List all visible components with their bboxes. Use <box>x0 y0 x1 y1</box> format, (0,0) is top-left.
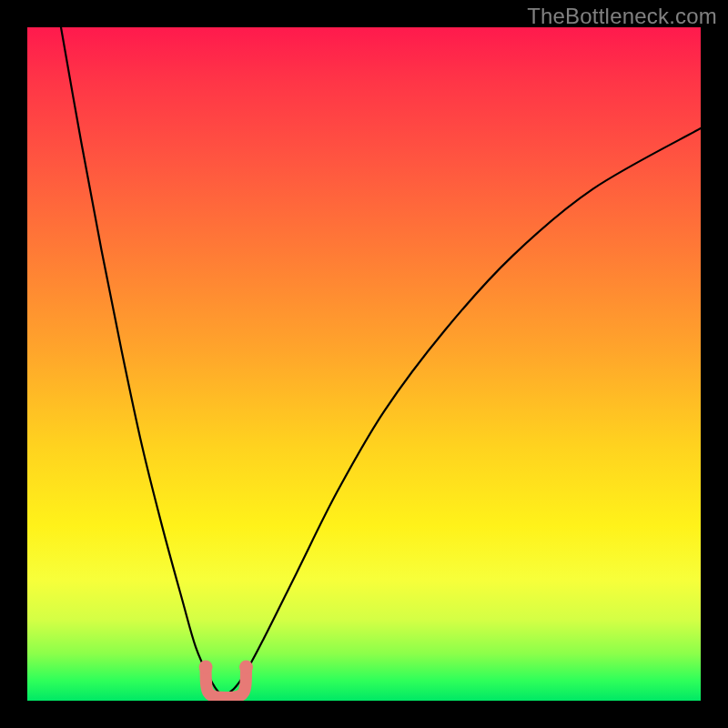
plot-area <box>27 27 701 701</box>
watermark-text: TheBottleneck.com <box>527 4 717 29</box>
bottleneck-curve <box>61 27 701 694</box>
svg-point-0 <box>199 661 213 674</box>
optimal-valley-highlight <box>199 661 253 698</box>
chart-svg <box>27 27 701 701</box>
svg-point-1 <box>239 661 253 674</box>
chart-frame: TheBottleneck.com <box>0 0 728 728</box>
